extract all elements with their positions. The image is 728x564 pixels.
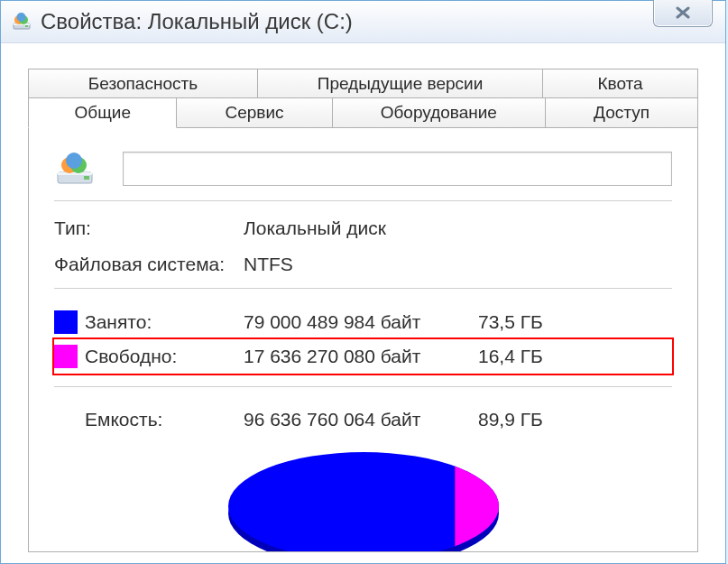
usage-chart [54, 452, 672, 552]
used-color-swatch [54, 310, 78, 334]
free-color-swatch [54, 345, 78, 368]
close-icon [674, 6, 692, 19]
svg-rect-7 [58, 172, 92, 175]
used-human: 73,5 ГБ [478, 311, 568, 333]
free-space-row: Свободно: 17 636 270 080 байт 16,4 ГБ [54, 339, 672, 374]
free-label: Свободно: [85, 346, 244, 367]
separator [54, 288, 672, 289]
svg-point-11 [66, 153, 82, 169]
tab-page-general: Тип: Локальный диск Файловая система: NT… [28, 128, 698, 552]
capacity-row: Емкость: 96 636 760 064 байт 89,9 ГБ [54, 403, 672, 436]
tab-general[interactable]: Общие [28, 97, 177, 128]
tab-hardware[interactable]: Оборудование [333, 97, 546, 128]
drive-large-icon [54, 153, 96, 185]
capacity-bytes: 96 636 760 064 байт [244, 409, 478, 430]
capacity-label: Емкость: [85, 409, 244, 430]
usage-section: Занято: 79 000 489 984 байт 73,5 ГБ Своб… [54, 305, 672, 374]
tab-tools[interactable]: Сервис [177, 97, 332, 128]
properties-window: Свойства: Локальный диск (C:) Безопаснос… [0, 0, 726, 564]
titlebar[interactable]: Свойства: Локальный диск (C:) [1, 1, 725, 43]
volume-label-input[interactable] [123, 152, 672, 186]
free-human: 16,4 ГБ [478, 346, 568, 367]
window-title: Свойства: Локальный диск (C:) [41, 9, 353, 34]
tab-sharing[interactable]: Доступ [546, 97, 698, 128]
used-space-row: Занято: 79 000 489 984 байт 73,5 ГБ [54, 305, 672, 339]
used-label: Занято: [85, 311, 244, 333]
free-bytes: 17 636 270 080 байт [244, 346, 478, 367]
type-label: Тип: [54, 217, 244, 239]
pie-chart-icon [228, 452, 499, 552]
tab-previous-versions[interactable]: Предыдущие версии [258, 69, 543, 98]
svg-rect-8 [84, 176, 89, 180]
separator [54, 200, 672, 201]
filesystem-value: NTFS [244, 254, 672, 275]
tab-quota[interactable]: Квота [543, 69, 698, 98]
filesystem-label: Файловая система: [54, 254, 244, 275]
svg-point-5 [17, 13, 26, 22]
info-grid: Тип: Локальный диск Файловая система: NT… [54, 217, 672, 275]
close-button[interactable] [653, 0, 713, 27]
capacity-human: 89,9 ГБ [478, 409, 568, 430]
tab-security[interactable]: Безопасность [28, 69, 258, 98]
tab-strip: Безопасность Предыдущие версии Квота Общ… [28, 69, 698, 128]
used-bytes: 79 000 489 984 байт [244, 311, 478, 333]
drive-icon [12, 12, 32, 32]
svg-rect-2 [25, 25, 28, 27]
client-area: Безопасность Предыдущие версии Квота Общ… [1, 43, 725, 552]
type-value: Локальный диск [244, 217, 672, 239]
separator [54, 386, 672, 387]
